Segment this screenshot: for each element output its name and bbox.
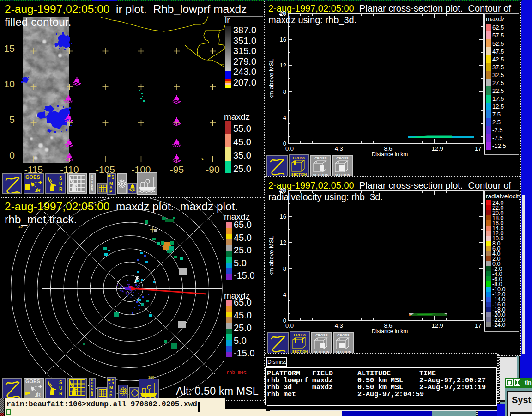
- svg-text:R: R: [59, 187, 63, 192]
- svg-text:R: R: [59, 391, 63, 396]
- svg-text:GOES: GOES: [25, 174, 40, 180]
- svg-text:U: U: [59, 181, 62, 186]
- svg-text:.IR: .IR: [35, 188, 41, 193]
- svg-text:U: U: [59, 385, 62, 391]
- svg-text:S: S: [59, 380, 62, 385]
- svg-text:GOES: GOES: [25, 379, 40, 384]
- svg-text:S: S: [59, 176, 62, 181]
- svg-text:.IR: .IR: [35, 392, 41, 398]
